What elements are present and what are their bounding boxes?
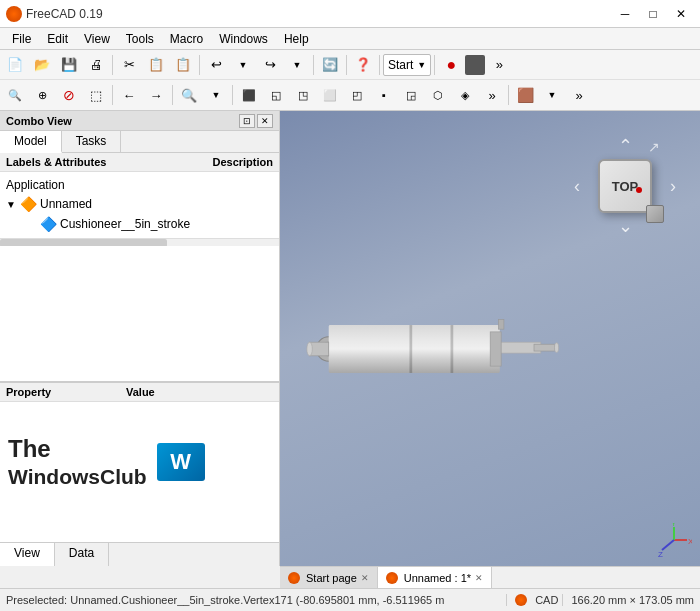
square-button[interactable]: [465, 55, 485, 75]
menu-help[interactable]: Help: [276, 30, 317, 48]
print-button[interactable]: 🖨: [83, 53, 109, 77]
maximize-button[interactable]: □: [640, 4, 666, 24]
open-button[interactable]: 📂: [29, 53, 55, 77]
combo-float-button[interactable]: ⊡: [239, 114, 255, 128]
nav-cube-container: ⌃ ⌄ ‹ › ↗ ↘ TOP: [570, 131, 680, 241]
vp-tab-unnamed[interactable]: Unnamed : 1* ✕: [378, 567, 492, 588]
app-icon: [6, 6, 22, 22]
combo-tabs: Model Tasks: [0, 131, 279, 153]
menu-tools[interactable]: Tools: [118, 30, 162, 48]
view-cube2[interactable]: ◱: [263, 83, 289, 107]
tree-item-unnamed[interactable]: ▼ 🔶 Unnamed: [6, 194, 273, 214]
new-button[interactable]: 📄: [2, 53, 28, 77]
logo-text-block: The WindowsClub: [8, 435, 147, 489]
menu-macro[interactable]: Macro: [162, 30, 211, 48]
view-zoom[interactable]: 🔍: [176, 83, 202, 107]
minimize-button[interactable]: ─: [612, 4, 638, 24]
sidebar-bottom-tabs: View Data: [0, 542, 279, 566]
unnamed-tab-close[interactable]: ✕: [475, 573, 483, 583]
y-axis-label: Y: [671, 523, 677, 528]
start-tab-close[interactable]: ✕: [361, 573, 369, 583]
object-arrow[interactable]: ▼: [539, 83, 565, 107]
nav-arrow-bottom[interactable]: ⌄: [618, 215, 633, 237]
nav-arrow-top[interactable]: ⌃: [618, 135, 633, 157]
unnamed-tab-icon: [386, 572, 398, 584]
axis-indicator: X Y Z: [657, 523, 692, 558]
nav-arrow-left[interactable]: ‹: [574, 176, 580, 197]
help-button[interactable]: ❓: [350, 53, 376, 77]
no-draw-button[interactable]: ⊘: [56, 83, 82, 107]
svg-point-10: [555, 342, 559, 352]
toolbar-row-2: 🔍 ⊕ ⊘ ⬚ ← → 🔍 ▼ ⬛ ◱ ◳ ⬜ ◰ ▪ ◲ ⬡ ◈ » 🟫 ▼ …: [0, 80, 700, 110]
view-cube9[interactable]: ◈: [452, 83, 478, 107]
view-cube8[interactable]: ⬡: [425, 83, 451, 107]
axis-svg: X Y Z: [657, 523, 692, 558]
view-cube5[interactable]: ◰: [344, 83, 370, 107]
status-cad-label: CAD: [535, 594, 558, 606]
redo-arrow[interactable]: ▼: [284, 53, 310, 77]
close-button[interactable]: ✕: [668, 4, 694, 24]
view-more[interactable]: »: [479, 83, 505, 107]
tree-panel: Labels & Attributes Description Applicat…: [0, 153, 279, 382]
status-bar: Preselected: Unnamed.Cushioneer__5in_str…: [0, 588, 700, 610]
paste-button[interactable]: 📋: [170, 53, 196, 77]
tree-scrollbar[interactable]: [0, 239, 167, 246]
tree-col1-header: Labels & Attributes: [6, 156, 106, 168]
properties-panel: Property Value The WindowsClub W: [0, 382, 279, 542]
unnamed-label: Unnamed: [40, 197, 92, 211]
sb-tab-data[interactable]: Data: [55, 543, 109, 566]
nav-cube[interactable]: ⌃ ⌄ ‹ › ↗ ↘ TOP: [570, 131, 680, 241]
zoom-in-button[interactable]: ⊕: [29, 83, 55, 107]
cushioneer-label: Cushioneer__5in_stroke: [60, 217, 190, 231]
forward-button[interactable]: →: [143, 83, 169, 107]
menu-windows[interactable]: Windows: [211, 30, 276, 48]
object-more[interactable]: »: [566, 83, 592, 107]
menu-edit[interactable]: Edit: [39, 30, 76, 48]
tab-tasks[interactable]: Tasks: [62, 131, 122, 152]
undo-arrow[interactable]: ▼: [230, 53, 256, 77]
view-cube4[interactable]: ⬜: [317, 83, 343, 107]
tab-model[interactable]: Model: [0, 131, 62, 153]
sep-1: [112, 55, 113, 75]
view-cube3[interactable]: ◳: [290, 83, 316, 107]
sep-4: [346, 55, 347, 75]
combo-close-button[interactable]: ✕: [257, 114, 273, 128]
redo-button[interactable]: ↪: [257, 53, 283, 77]
refresh-button[interactable]: 🔄: [317, 53, 343, 77]
combo-view-title: Combo View: [6, 115, 72, 127]
copy-button[interactable]: 📋: [143, 53, 169, 77]
undo-button[interactable]: ↩: [203, 53, 229, 77]
view-cube1[interactable]: ⬛: [236, 83, 262, 107]
box-button[interactable]: ⬚: [83, 83, 109, 107]
nav-face-top[interactable]: TOP: [598, 159, 652, 213]
svg-rect-9: [534, 344, 555, 351]
record-button[interactable]: ●: [438, 53, 464, 77]
more-button[interactable]: »: [486, 53, 512, 77]
save-button[interactable]: 💾: [56, 53, 82, 77]
workbench-dropdown[interactable]: Start ▼: [383, 54, 431, 76]
object-button[interactable]: 🟫: [512, 83, 538, 107]
nav-mini-cube[interactable]: [646, 205, 664, 223]
svg-rect-4: [409, 325, 412, 373]
nav-corner-top-right[interactable]: ↗: [648, 139, 660, 155]
menu-view[interactable]: View: [76, 30, 118, 48]
tree-item-cushioneer[interactable]: 🔷 Cushioneer__5in_stroke: [26, 214, 273, 234]
section-text: Application: [6, 178, 65, 192]
tree-scrollbar-area[interactable]: [0, 238, 279, 246]
view-cube7[interactable]: ◲: [398, 83, 424, 107]
view-cube6[interactable]: ▪: [371, 83, 397, 107]
sb-tab-view[interactable]: View: [0, 543, 55, 566]
vp-tab-start[interactable]: Start page ✕: [280, 567, 378, 588]
cut-button[interactable]: ✂: [116, 53, 142, 77]
svg-rect-12: [498, 319, 503, 329]
zoom-fit-button[interactable]: 🔍: [2, 83, 28, 107]
nav-arrow-right[interactable]: ›: [670, 176, 676, 197]
svg-point-7: [307, 342, 312, 356]
menu-file[interactable]: File: [4, 30, 39, 48]
viewport[interactable]: ⌃ ⌄ ‹ › ↗ ↘ TOP: [280, 111, 700, 566]
view-arrow[interactable]: ▼: [203, 83, 229, 107]
back-button[interactable]: ←: [116, 83, 142, 107]
title-bar-title: FreeCAD 0.19: [26, 7, 612, 21]
svg-line-15: [662, 540, 674, 550]
combo-header-controls: ⊡ ✕: [239, 114, 273, 128]
